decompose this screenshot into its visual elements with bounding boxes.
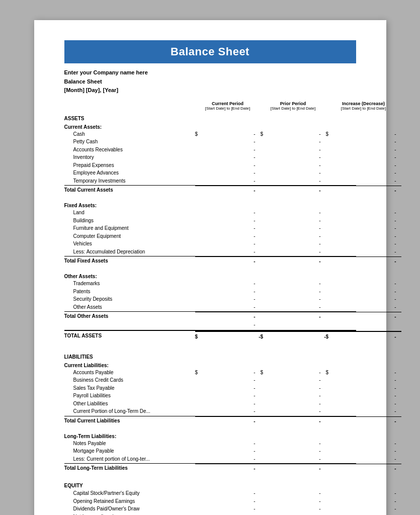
prior-period-header: Prior Period [Start Date] to [End Date] <box>261 101 326 111</box>
sheet-label: Balance Sheet <box>64 77 356 87</box>
table-row: Accounts Payable $- $- $- <box>64 369 356 377</box>
table-row: Sales Tax Payable - - - <box>64 384 356 392</box>
table-row: Payroll Liabilities - - - <box>64 392 356 400</box>
table-row: Land - - - <box>64 209 356 217</box>
table-row: Cash $- $- $- <box>64 130 356 138</box>
increase-header: Increase (Decrease) [Start Date] to [End… <box>326 101 401 111</box>
current-liabilities-label: Current Liabilities: <box>64 363 356 368</box>
table-row: Dividends Paid/Owner's Draw - - - <box>64 505 356 513</box>
total-current-assets-row: Total Current Assets - - - <box>64 185 356 195</box>
date-label: [Month] [Day], [Year] <box>64 86 356 95</box>
table-row: Furniture and Equipment - - - <box>64 224 356 232</box>
table-row: Notes Payable - - - <box>64 440 356 448</box>
spacer-row: - <box>64 321 356 329</box>
table-row: Less: Current portion of Long-ter... - -… <box>64 455 356 463</box>
fixed-assets-label: Fixed Assets: <box>64 203 356 208</box>
table-row: Opening Retained Earnings - - - <box>64 497 356 505</box>
current-period-header: Current Period [Start Date] to [End Date… <box>195 101 261 111</box>
balance-sheet-page: Balance Sheet Enter your Company name he… <box>34 20 386 515</box>
table-row: Trademarks - - - <box>64 280 356 288</box>
table-row: Temporary Investments - - - <box>64 177 356 185</box>
table-row: Vehicles - - - <box>64 240 356 248</box>
table-row: Patents - - - <box>64 288 356 296</box>
other-assets-label: Other Assets: <box>64 274 356 279</box>
company-name: Enter your Company name here <box>64 68 356 77</box>
total-assets-label: TOTAL ASSETS <box>64 331 195 342</box>
table-row: Net Income (Loss) - - - <box>64 513 356 515</box>
table-row: Accounts Receivables - - - <box>64 146 356 154</box>
table-row: Other Liabilities - - - <box>64 400 356 408</box>
column-headers: Current Period [Start Date] to [End Date… <box>64 101 356 111</box>
assets-section-title: ASSETS <box>64 116 356 121</box>
table-row: Buildings - - - <box>64 217 356 225</box>
total-current-liabilities-row: Total Current Liabilities - - - <box>64 416 356 425</box>
table-row: Less: Accumulated Depreciation - - - <box>64 248 356 256</box>
table-row: Employee Advances - - - <box>64 169 356 177</box>
table-row: Petty Cash - - - <box>64 138 356 146</box>
table-row: Security Deposits - - - <box>64 295 356 303</box>
table-row: Other Assets - - - <box>64 303 356 311</box>
table-row: Prepaid Expenses - - - <box>64 161 356 169</box>
table-row: Mortgage Payable - - - <box>64 447 356 455</box>
total-longterm-liabilities-row: Total Long-Term Liabilities - - - <box>64 463 356 473</box>
liabilities-section-title: LIABILITIES <box>64 354 356 360</box>
table-row: Inventory - - - <box>64 153 356 161</box>
company-info: Enter your Company name here Balance She… <box>64 68 356 95</box>
equity-section-title: EQUITY <box>64 483 356 488</box>
current-assets-label: Current Assets: <box>64 124 356 130</box>
total-fixed-assets-row: Total Fixed Assets - - - <box>64 256 356 266</box>
total-assets-row: TOTAL ASSETS $- $- $- <box>64 330 356 342</box>
total-other-assets-row: Total Other Assets - - - <box>64 311 356 321</box>
table-row: Current Portion of Long-Term De... - - - <box>64 407 356 415</box>
longterm-liabilities-label: Long-Term Liabilities: <box>64 434 356 439</box>
table-row: Capital Stock/Partner's Equity - - - <box>64 489 356 497</box>
page-title: Balance Sheet <box>64 40 356 63</box>
table-row: Business Credit Cards - - - <box>64 376 356 384</box>
table-row: Computer Equipment - - - <box>64 232 356 240</box>
